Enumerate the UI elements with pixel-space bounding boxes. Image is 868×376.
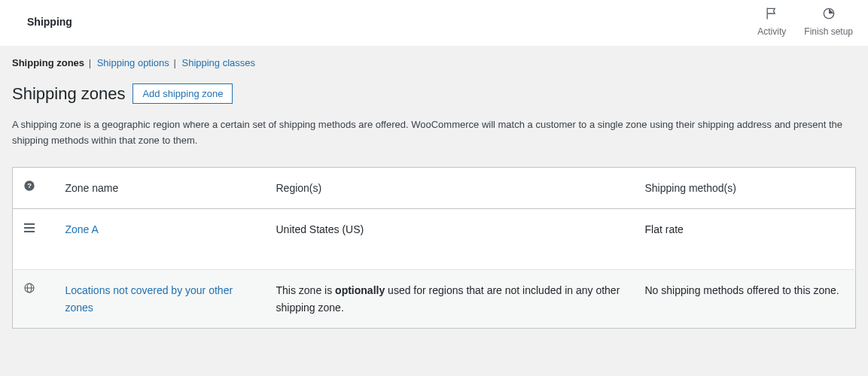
top-actions: Activity Finish setup <box>757 6 853 37</box>
header-method: Shipping method(s) <box>635 167 856 208</box>
globe-icon <box>23 284 35 296</box>
zone-name-cell: Zone A <box>55 208 266 269</box>
region-text-bold: optionally <box>335 284 385 296</box>
activity-button[interactable]: Activity <box>757 6 786 37</box>
svg-text:?: ? <box>27 182 32 190</box>
finish-setup-button[interactable]: Finish setup <box>804 6 853 37</box>
table-row: Zone A United States (US) Flat rate <box>13 208 856 269</box>
add-shipping-zone-button[interactable]: Add shipping zone <box>132 83 233 104</box>
drag-handle-cell <box>13 208 55 269</box>
section-heading: Shipping zones <box>12 84 125 104</box>
content-area: Shipping zones | Shipping options | Ship… <box>0 47 868 339</box>
region-text-prefix: This zone is <box>276 284 336 296</box>
table-header-row: ? Zone name Region(s) Shipping method(s) <box>13 167 856 208</box>
page-title: Shipping <box>27 16 72 28</box>
table-row: Locations not covered by your other zone… <box>13 270 856 329</box>
pie-icon <box>821 6 836 23</box>
heading-row: Shipping zones Add shipping zone <box>12 83 856 104</box>
header-help: ? <box>13 167 55 208</box>
finish-setup-label: Finish setup <box>804 26 853 37</box>
zone-name-link[interactable]: Zone A <box>65 223 99 235</box>
subnav-separator: | <box>173 57 175 68</box>
default-zone-method-cell: No shipping methods offered to this zone… <box>635 270 856 329</box>
default-zone-link[interactable]: Locations not covered by your other zone… <box>65 284 233 313</box>
default-zone-region-cell: This zone is optionally used for regions… <box>266 270 635 329</box>
help-icon[interactable]: ? <box>23 182 35 194</box>
zone-method-cell: Flat rate <box>635 208 856 269</box>
header-region: Region(s) <box>266 167 635 208</box>
subnav: Shipping zones | Shipping options | Ship… <box>12 57 856 68</box>
shipping-zones-table: ? Zone name Region(s) Shipping method(s)… <box>12 167 856 329</box>
globe-cell <box>13 270 55 329</box>
default-zone-name-cell: Locations not covered by your other zone… <box>55 270 266 329</box>
tab-shipping-zones[interactable]: Shipping zones <box>12 57 84 68</box>
tab-shipping-classes[interactable]: Shipping classes <box>181 57 255 68</box>
top-bar: Shipping Activity Finish setup <box>0 0 868 47</box>
drag-handle-icon[interactable] <box>23 223 35 235</box>
zone-region-cell: United States (US) <box>266 208 635 269</box>
header-zone-name: Zone name <box>55 167 266 208</box>
activity-label: Activity <box>757 26 786 37</box>
flag-icon <box>764 6 779 23</box>
section-description: A shipping zone is a geographic region w… <box>12 117 856 149</box>
tab-shipping-options[interactable]: Shipping options <box>97 57 169 68</box>
subnav-separator: | <box>89 57 91 68</box>
